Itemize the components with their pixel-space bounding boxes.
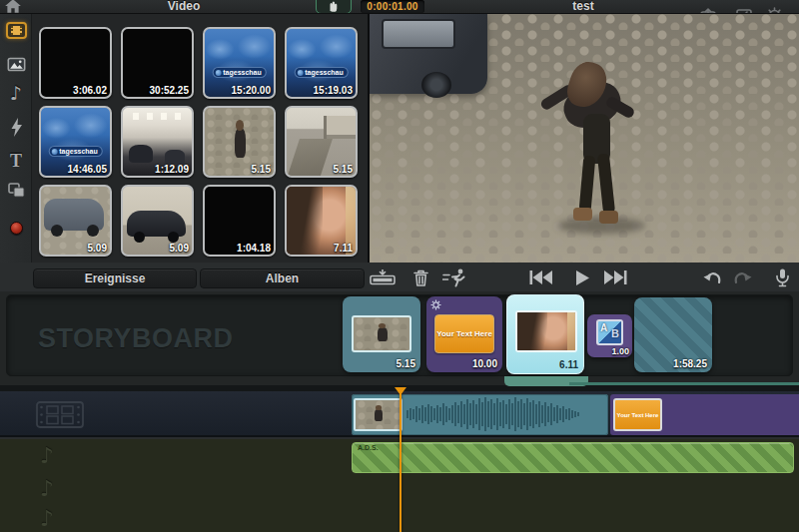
timeline-audio-clip[interactable]: A.D.S. [352, 442, 794, 473]
clip-duration: 3:06.02 [73, 85, 107, 96]
storyboard-clip-transition[interactable]: AB 1.00 [587, 314, 632, 357]
media-clip[interactable]: tagesschau 15:19.03 [285, 27, 358, 99]
media-clip[interactable]: 1:04.18 [203, 185, 276, 257]
car-shape [370, 14, 487, 94]
photos-icon [7, 57, 26, 72]
clip-duration: 30:52.25 [150, 85, 189, 96]
edit-icon [736, 8, 752, 15]
timeline-title-clip[interactable]: Your Text Here [610, 394, 799, 435]
clip-duration: 7.11 [334, 243, 353, 254]
clip-duration: 10.00 [472, 358, 497, 369]
video-preview[interactable] [368, 14, 799, 263]
delete-button[interactable] [405, 266, 435, 288]
clip-duration: 5.09 [170, 243, 189, 254]
speed-button[interactable] [439, 266, 469, 288]
media-clip[interactable]: 3:06.02 [39, 27, 112, 99]
skip-forward-button[interactable] [600, 266, 630, 288]
lightning-icon [10, 118, 23, 137]
playhead[interactable] [400, 387, 401, 532]
sidebar: ♪ T [0, 14, 32, 290]
undo-icon [703, 270, 722, 285]
clip-duration: 1:04.18 [237, 243, 271, 254]
play-button[interactable] [567, 266, 597, 288]
sidebar-item-music[interactable]: ♪ [0, 84, 32, 103]
audio-track-icon: ♪ [40, 476, 54, 501]
gear-badge-icon [430, 299, 441, 310]
storyboard-clip-video-2-selected[interactable]: 6.11 [506, 294, 584, 374]
media-clip[interactable]: tagesschau 14:46.05 [39, 106, 112, 178]
title-preview-box: Your Text Here [434, 314, 494, 353]
events-tab[interactable]: Ereignisse [33, 268, 197, 288]
running-person-icon [442, 268, 466, 287]
export-button[interactable] [693, 4, 723, 14]
sidebar-item-photos[interactable] [0, 57, 32, 72]
settings-button[interactable] [759, 4, 789, 14]
clip-duration: 1:12.09 [155, 164, 189, 175]
title-preview-box: Your Text Here [613, 398, 662, 431]
playhead-handle[interactable] [395, 387, 406, 395]
clip-thumbnail [352, 315, 411, 352]
timeline-video-clip[interactable] [352, 394, 608, 435]
mic-button[interactable] [767, 266, 797, 288]
undo-button[interactable] [697, 266, 727, 288]
clip-duration: 5.15 [252, 164, 271, 175]
storyboard-clip-video-3[interactable]: 1:58.25 [634, 297, 712, 372]
media-clip[interactable]: tagesschau 15:20.00 [203, 27, 276, 99]
insert-clip-button[interactable] [368, 266, 398, 288]
media-clip[interactable]: 30:52.25 [121, 27, 194, 99]
media-grid: 3:06.02 30:52.25 tagesschau 15:20.00 tag… [39, 27, 358, 257]
skip-back-button[interactable] [525, 266, 555, 288]
sidebar-item-text[interactable]: T [0, 152, 32, 170]
browser-tabs: Ereignisse Alben [0, 263, 368, 291]
audio-clip-label: A.D.S. [358, 444, 379, 451]
edit-button[interactable] [729, 4, 759, 14]
transition-ab-icon: AB [596, 319, 623, 345]
redo-button[interactable] [727, 266, 757, 288]
sidebar-item-effects[interactable] [0, 118, 32, 137]
person-figure [539, 50, 659, 236]
clip-duration: 5.15 [334, 164, 353, 175]
tagesschau-logo: tagesschau [294, 67, 349, 78]
media-clip[interactable]: 5.15 [203, 106, 276, 178]
video-editor-app: Video 0:00:01.00 test [0, 0, 799, 532]
tagesschau-logo: tagesschau [212, 67, 267, 78]
clip-duration: 15:19.03 [314, 85, 353, 96]
edit-toolbar [368, 263, 799, 291]
storyboard-clip-video-1[interactable]: 5.15 [343, 296, 420, 372]
skip-forward-icon [603, 269, 628, 285]
storyboard-watermark: STORYBOARD [38, 323, 234, 354]
clip-duration: 15:20.00 [232, 85, 271, 96]
albums-tab[interactable]: Alben [200, 268, 365, 288]
storyboard-section: STORYBOARD 5.15 Your Text Here 10.00 6.1… [0, 291, 799, 385]
play-icon [574, 269, 590, 286]
library-title: Video [0, 0, 368, 13]
timeline-clip-thumbnail [354, 398, 402, 431]
clip-duration: 1:58.25 [673, 358, 707, 369]
record-button[interactable] [0, 222, 32, 235]
sidebar-item-video[interactable] [0, 22, 32, 39]
trash-icon [412, 268, 429, 286]
media-clip[interactable]: 1:12.09 [121, 106, 194, 178]
clip-duration: 5.09 [88, 243, 107, 254]
insert-clip-icon [370, 269, 396, 285]
media-clip[interactable]: 5.09 [39, 185, 112, 257]
tagesschau-logo: tagesschau [48, 146, 103, 157]
sidebar-item-layers[interactable] [0, 183, 32, 198]
storyboard-clip-title[interactable]: Your Text Here 10.00 [426, 296, 502, 372]
media-clip[interactable]: 5.09 [121, 185, 194, 257]
hand-tool-button[interactable] [316, 0, 352, 14]
settings-icon [766, 7, 783, 15]
music-note-icon: ♪ [10, 84, 22, 103]
filmstrip-icon [6, 22, 27, 39]
record-dot-icon [10, 222, 23, 235]
media-browser: 3:06.02 30:52.25 tagesschau 15:20.00 tag… [32, 14, 368, 263]
media-clip[interactable]: 5.15 [285, 106, 358, 178]
clip-thumbnail [515, 310, 577, 352]
media-clip[interactable]: 7.11 [285, 185, 358, 257]
redo-icon [733, 270, 752, 285]
clip-duration: 6.11 [559, 359, 578, 370]
top-bar: Video 0:00:01.00 test [0, 0, 799, 14]
layers-icon [8, 183, 25, 198]
hand-tool-icon [327, 0, 341, 13]
audio-track-icon: ♪ [40, 443, 54, 468]
